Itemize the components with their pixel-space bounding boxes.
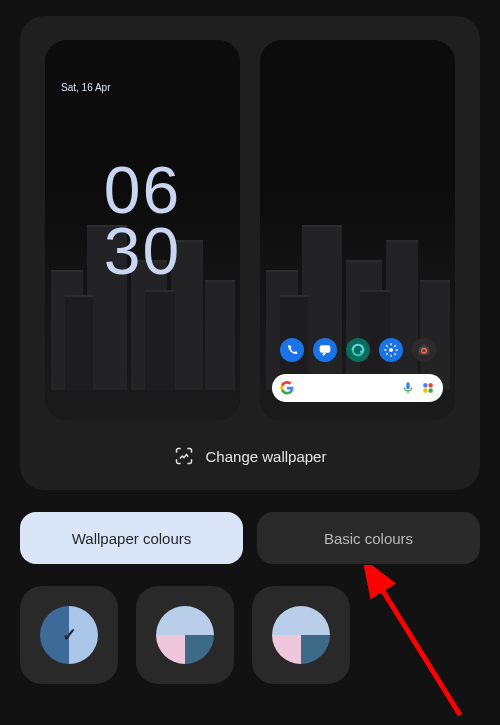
dock <box>260 338 455 362</box>
tab-label: Wallpaper colours <box>72 530 192 547</box>
svg-rect-5 <box>422 345 426 348</box>
colour-swatch[interactable] <box>252 586 350 684</box>
svg-rect-7 <box>429 383 433 387</box>
home-screen-preview[interactable] <box>260 40 455 420</box>
svg-rect-0 <box>319 345 330 352</box>
preview-row: Sat, 16 Apr 06 30 <box>38 40 462 420</box>
wallpaper-city-art <box>260 40 455 420</box>
check-icon: ✓ <box>62 624 77 646</box>
lock-date: Sat, 16 Apr <box>61 82 110 93</box>
colour-swatch-row: ✓ <box>20 586 480 684</box>
lens-icon <box>421 381 435 395</box>
change-wallpaper-button[interactable]: Change wallpaper <box>38 440 462 470</box>
wallpaper-preview-card: Sat, 16 Apr 06 30 <box>20 16 480 490</box>
svg-point-2 <box>389 348 393 352</box>
edge-icon <box>346 338 370 362</box>
colour-source-tabs: Wallpaper colours Basic colours <box>20 512 480 564</box>
wallpaper-icon <box>174 446 194 466</box>
tab-basic-colours[interactable]: Basic colours <box>257 512 480 564</box>
camera-icon <box>412 338 436 362</box>
colour-swatch[interactable]: ✓ <box>20 586 118 684</box>
phone-icon <box>280 338 304 362</box>
svg-rect-6 <box>423 383 427 387</box>
search-bar <box>272 374 443 402</box>
svg-rect-8 <box>423 389 427 393</box>
svg-rect-9 <box>429 389 433 393</box>
messages-icon <box>313 338 337 362</box>
tab-wallpaper-colours[interactable]: Wallpaper colours <box>20 512 243 564</box>
lock-clock-hours: 06 <box>45 160 240 221</box>
lock-clock: 06 30 <box>45 160 240 281</box>
mic-icon <box>401 381 415 395</box>
swatch-circle <box>272 606 330 664</box>
settings-icon <box>379 338 403 362</box>
google-logo-icon <box>280 381 294 395</box>
tab-label: Basic colours <box>324 530 413 547</box>
change-wallpaper-label: Change wallpaper <box>206 448 327 465</box>
lock-screen-preview[interactable]: Sat, 16 Apr 06 30 <box>45 40 240 420</box>
swatch-circle <box>156 606 214 664</box>
lock-clock-minutes: 30 <box>45 221 240 282</box>
colour-swatch[interactable] <box>136 586 234 684</box>
